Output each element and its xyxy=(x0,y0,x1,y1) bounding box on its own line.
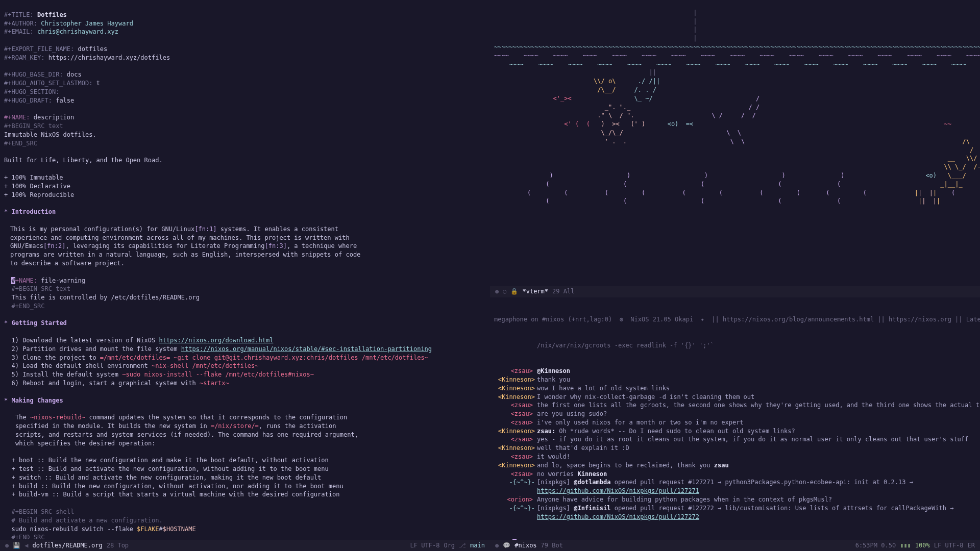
download-link[interactable]: https://nixos.org/download.html xyxy=(159,337,273,344)
list-item: 3) Clone the project to =/mnt/etc/dotfil… xyxy=(11,354,428,361)
erc-input-cursor[interactable] xyxy=(512,539,517,540)
footnote-ref[interactable]: [fn:3] xyxy=(265,242,287,249)
erc-mention[interactable]: @dotlambda xyxy=(574,479,610,486)
erc-message-line: <Kinneson>and lo, space begins to be rec… xyxy=(494,461,980,470)
erc-message-text: well that'd explain it :D xyxy=(535,444,980,453)
erc-nick[interactable]: <zsau> xyxy=(494,435,535,444)
erc-message-text: Anyone have advice for building python p… xyxy=(535,495,980,504)
erc-mention[interactable]: Kinneson xyxy=(577,470,607,478)
erc-nick[interactable]: <zsau> xyxy=(494,453,535,461)
erc-message-text: it would! xyxy=(535,453,980,461)
list-item: 2) Partition drives and mount the file s… xyxy=(11,345,181,353)
org-value: dotfiles xyxy=(78,45,108,53)
org-keyword: #+EXPORT_FILE_NAME: xyxy=(4,45,74,53)
erc-message-line: <Kinneson>zsau: Oh *rude words* -- Do I … xyxy=(494,427,980,436)
chat-icon: 💬 xyxy=(503,541,510,550)
erc-message-line: <Kinneson>wow I have a lot of old system… xyxy=(494,384,980,393)
erc-chat-pane[interactable]: megaphone on #nixos (+nrt,lag:0) ⚙ NixOS… xyxy=(490,297,980,540)
erc-nick[interactable]: <Kinneson> xyxy=(494,444,535,453)
org-modeline: ● 💾 ◀ dotfiles/README.org 28 Top LF UTF-… xyxy=(0,540,490,551)
erc-topic: megaphone on #nixos (+nrt,lag:0) ⚙ NixOS… xyxy=(494,315,980,324)
org-begin-src: #+BEGIN_SRC text xyxy=(4,122,63,130)
major-mode-label[interactable]: Org xyxy=(444,541,455,550)
buffer-name[interactable]: *vterm* xyxy=(522,287,548,296)
org-value: t xyxy=(96,80,100,87)
erc-message-line: <zsau>yes - if you do it as root it clea… xyxy=(494,435,980,444)
heading-making-changes[interactable]: Making Changes xyxy=(11,397,63,404)
erc-message-text: wow I have a lot of old system links xyxy=(535,384,980,393)
erc-nick[interactable]: <zsau> xyxy=(494,367,535,375)
buffer-name[interactable]: dotfiles/README.org xyxy=(32,541,102,550)
erc-link[interactable]: https://github.com/NixOS/nixpkgs/pull/12… xyxy=(537,513,699,520)
erc-nick[interactable]: <zsau> xyxy=(494,418,535,427)
major-mode-label[interactable]: ER xyxy=(968,541,975,550)
org-end-src: #+END_SRC xyxy=(4,140,37,147)
org-title: Dotfiles xyxy=(37,11,67,18)
org-begin-src: #+BEGIN_SRC shell xyxy=(11,508,74,515)
org-keyword: #+HUGO_DRAFT: xyxy=(4,97,52,104)
footnote-ref[interactable]: [fn:1] xyxy=(194,226,216,233)
erc-mention[interactable]: @Kinneson xyxy=(537,367,570,374)
erc-message-line: <orion>Anyone have advice for building p… xyxy=(494,495,980,504)
erc-mention[interactable]: @Infinisil xyxy=(574,505,610,512)
erc-nick[interactable]: -{~^~}- xyxy=(494,478,535,487)
list-item: 1) Download the latest version of NixOS xyxy=(11,337,159,344)
erc-message-line: <Kinneson>well that'd explain it :D[18:3… xyxy=(494,444,980,453)
buffer-name[interactable]: #nixos xyxy=(514,541,536,550)
erc-nick[interactable]: <Kinneson> xyxy=(494,427,535,436)
back-icon[interactable]: ◀ xyxy=(24,541,28,550)
circle-icon: ● xyxy=(495,541,499,550)
org-value: https://chrishayward.xyz/dotfiles xyxy=(48,54,170,61)
heading-introduction[interactable]: Introduction xyxy=(11,208,56,215)
circle-icon: ● xyxy=(5,541,9,550)
erc-message-text: are you using sudo? xyxy=(535,410,980,418)
org-editor-pane[interactable]: #+TITLE: Dotfiles #+AUTHOR: Christopher … xyxy=(0,0,490,540)
org-keyword: #+HUGO_AUTO_SET_LASTMOD: xyxy=(4,80,92,87)
erc-message-line: https://github.com/NixOS/nixpkgs/pull/12… xyxy=(494,513,980,521)
org-end-src: #+END_SRC xyxy=(11,534,44,540)
erc-message-text: i've only used nixos for a month or two … xyxy=(535,418,980,427)
erc-nick[interactable]: <orion> xyxy=(494,495,535,504)
erc-nick[interactable]: <Kinneson> xyxy=(494,384,535,393)
list-item: + test :: Build and activate the new con… xyxy=(11,465,328,472)
erc-message-line: <zsau>are you using sudo? xyxy=(494,410,980,418)
erc-message-line: <Kinneson>I wonder why nix-collect-garba… xyxy=(494,393,980,402)
erc-message-text: thank you xyxy=(535,375,980,384)
erc-nick[interactable]: <Kinneson> xyxy=(494,461,535,470)
vterm-terminal-pane[interactable]: | | | | ~~~~~~~~~~~~~~~~~~~~~~~~~~~~~~ xyxy=(490,0,980,286)
erc-message-line: <zsau>it would! xyxy=(494,453,980,461)
erc-nick[interactable]: <Kinneson> xyxy=(494,375,535,384)
erc-nick[interactable]: <zsau> xyxy=(494,401,535,410)
org-keyword: #+TITLE: xyxy=(4,11,34,18)
erc-nick[interactable]: <zsau> xyxy=(494,470,535,479)
erc-message-text: [nixpkgs] @dotlambda opened pull request… xyxy=(535,478,980,487)
vterm-modeline: ● ○ 🔒 *vterm* 29 All LF UTF-8 VTerm xyxy=(490,286,980,297)
src-command: sudo nixos-rebuild switch --flake $FLAKE… xyxy=(11,525,195,533)
org-keyword: #+EMAIL: xyxy=(4,28,34,35)
git-branch-icon: ⎇ xyxy=(459,541,466,550)
erc-nick[interactable]: -{~^~}- xyxy=(494,504,535,513)
heading-getting-started[interactable]: Getting Started xyxy=(11,319,66,327)
buffer-position: 29 All xyxy=(552,287,574,296)
erc-modeline: ● 💬 #nixos 79 Bot 6:53PM 0.50 ▮▮▮ 100% L… xyxy=(490,540,980,551)
list-item: + 100% Immutable xyxy=(4,174,63,181)
erc-nick[interactable]: <Kinneson> xyxy=(494,393,535,402)
org-paragraph: Built for Life, Liberty, and the Open Ro… xyxy=(4,157,163,164)
erc-message-line: <zsau>no worries Kinneson[18:39] xyxy=(494,470,980,479)
partition-link[interactable]: https://nixos.org/manual/nixos/stable/#s… xyxy=(181,345,432,353)
footnote-ref[interactable]: [fn:2] xyxy=(43,242,65,249)
erc-mention[interactable]: zsau: xyxy=(537,428,555,435)
heading-star-icon: * xyxy=(4,397,8,404)
erc-message-line: -{~^~}-[nixpkgs] @Infinisil opened pull … xyxy=(494,504,980,513)
save-icon: 💾 xyxy=(13,541,20,550)
git-branch-name[interactable]: main xyxy=(470,541,485,550)
erc-mention[interactable]: zsau xyxy=(714,462,729,469)
erc-link[interactable]: https://github.com/NixOS/nixpkgs/pull/12… xyxy=(537,487,699,494)
list-item: + 100% Reproducible xyxy=(4,191,74,198)
list-item: 4) Load the default shell environment ~n… xyxy=(11,362,258,369)
erc-nick[interactable]: <zsau> xyxy=(494,410,535,418)
org-value: false xyxy=(56,97,74,104)
list-item: + build :: Build the new configuration, … xyxy=(11,483,343,490)
erc-message-line: <Kinneson>thank you xyxy=(494,375,980,384)
battery-icon: ▮▮▮ xyxy=(900,541,911,550)
